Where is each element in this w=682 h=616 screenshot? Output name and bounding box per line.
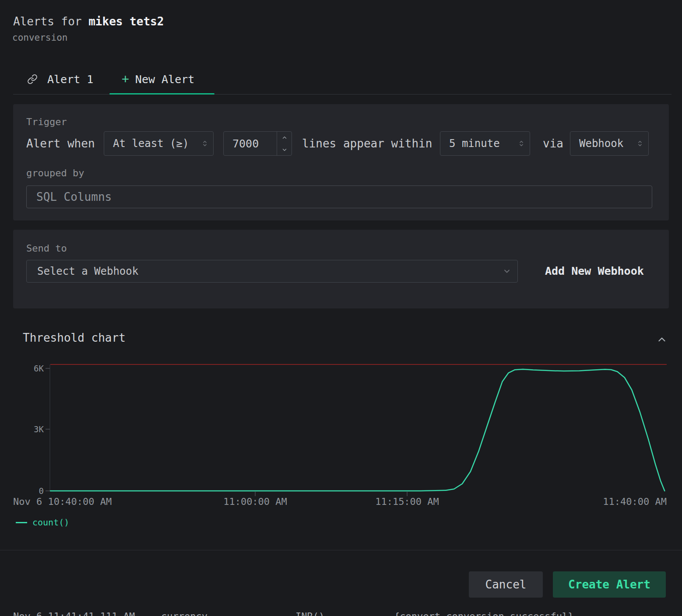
background-row-timestamp: Nov 6 11:41:41.111 AM xyxy=(13,611,135,616)
cancel-button[interactable]: Cancel xyxy=(469,571,543,598)
threshold-input-wrap xyxy=(223,131,292,156)
link-icon xyxy=(27,74,38,84)
comparator-select[interactable]: At least (≥) xyxy=(104,131,214,156)
grouped-by-label: grouped by xyxy=(26,168,84,178)
chevron-up-icon xyxy=(656,334,668,345)
background-table-row: Nov 6 11:41:41.111 AM currency INR() {co… xyxy=(0,610,682,616)
threshold-input[interactable] xyxy=(224,132,276,155)
chevron-selector-icon xyxy=(517,140,525,147)
tab-alert-1-label: Alert 1 xyxy=(47,73,93,86)
x-axis-label-end: 11:40:00 AM xyxy=(603,496,667,507)
axis-ticks xyxy=(46,364,407,496)
trigger-label: Trigger xyxy=(26,116,67,127)
plus-icon: + xyxy=(122,73,129,85)
legend-swatch xyxy=(16,522,27,523)
alert-when-label: Alert when xyxy=(26,131,95,156)
trigger-section: Trigger Alert when At least (≥) lines ap… xyxy=(13,104,669,220)
stepper-down-button[interactable] xyxy=(277,144,292,155)
background-row-value: INR() xyxy=(295,611,324,616)
send-to-section: Send to Select a Webhook Add New Webhook xyxy=(13,230,669,308)
via-label: via xyxy=(543,131,563,156)
add-new-webhook-button[interactable]: Add New Webhook xyxy=(545,260,644,283)
x-axis-label-1100: 11:00:00 AM xyxy=(223,496,287,507)
tab-new-alert[interactable]: + New Alert xyxy=(122,66,194,93)
active-tab-indicator xyxy=(109,93,214,94)
page-subtitle: conversion xyxy=(12,32,67,43)
x-axis-label-1115: 11:15:00 AM xyxy=(375,496,439,507)
legend-count-label: count() xyxy=(32,517,69,528)
lines-appear-label: lines appear within xyxy=(302,131,432,156)
group-by-input[interactable] xyxy=(26,186,652,208)
page-title-prefix: Alerts for xyxy=(13,15,82,28)
tab-alert-1[interactable]: Alert 1 xyxy=(27,66,93,93)
page-title: Alerts for mikes tets2 xyxy=(13,15,164,28)
channel-select[interactable]: Webhook xyxy=(570,131,649,156)
count-series-line xyxy=(50,369,664,491)
interval-value: 5 minute xyxy=(449,137,500,150)
chevron-down-icon xyxy=(503,267,511,276)
chevron-selector-icon xyxy=(201,140,209,147)
chart-legend[interactable]: count() xyxy=(16,517,69,528)
interval-select[interactable]: 5 minute xyxy=(440,131,530,156)
webhook-select-value: Select a Webhook xyxy=(37,265,138,277)
send-to-label: Send to xyxy=(26,243,67,254)
channel-value: Webhook xyxy=(579,137,623,150)
create-alert-button[interactable]: Create Alert xyxy=(553,571,666,598)
webhook-select[interactable]: Select a Webhook xyxy=(26,260,518,283)
y-axis-label-3k: 3K xyxy=(18,424,44,435)
y-axis-label-6k: 6K xyxy=(18,363,44,374)
page-title-name: mikes tets2 xyxy=(88,15,164,28)
threshold-chart-title: Threshold chart xyxy=(23,331,126,344)
background-row-service: currency xyxy=(161,611,207,616)
footer-divider xyxy=(0,550,682,550)
y-axis-label-0: 0 xyxy=(18,485,44,497)
background-row-body: {convert conversion successful} xyxy=(394,611,574,616)
stepper-up-button[interactable] xyxy=(277,132,292,144)
threshold-stepper xyxy=(277,132,292,155)
comparator-value: At least (≥) xyxy=(113,137,189,150)
tab-new-alert-label: New Alert xyxy=(135,73,194,86)
x-axis-label-start: Nov 6 10:40:00 AM xyxy=(13,496,112,507)
chevron-selector-icon xyxy=(636,140,644,147)
collapse-chart-button[interactable] xyxy=(653,331,671,348)
